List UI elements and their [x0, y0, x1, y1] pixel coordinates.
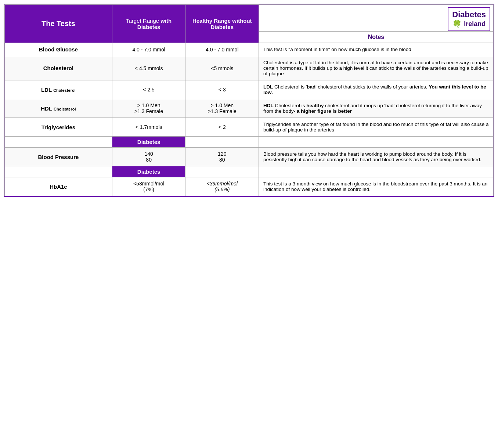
- diabetes-header-1-empty-healthy: [185, 137, 259, 148]
- notes-cholesterol: Cholesterol is a type of fat in the bloo…: [259, 56, 494, 80]
- healthy-cholesterol: <5 mmols: [185, 56, 259, 80]
- notes-blood-pressure: Blood pressure tells you how hard the he…: [259, 148, 494, 166]
- logo-line2: Ireland: [464, 20, 486, 28]
- diabetes-header-2-empty-notes: [259, 166, 494, 177]
- target-triglycerides: < 1.7mmols: [112, 118, 185, 137]
- diabetes-header-2-label: Diabetes: [112, 166, 185, 177]
- notes-hdl: HDL Cholesterol is healthy cholesterol a…: [259, 99, 494, 118]
- notes-blood-glucose: This test is "a moment in time" on how m…: [259, 43, 494, 56]
- diabetes-header-2: Diabetes: [5, 166, 494, 177]
- target-hba1c: <53mmol/mol(7%): [112, 177, 185, 196]
- row-triglycerides: Triglycerides < 1.7mmols < 2 Triglycerid…: [5, 118, 494, 137]
- diabetes-ireland-logo: Diabetes 🍀 Ireland: [448, 7, 490, 31]
- test-triglycerides: Triglycerides: [5, 118, 112, 137]
- diabetes-header-2-empty-tests: [5, 166, 112, 177]
- header-healthy: Healthy Range without Diabetes: [185, 5, 259, 43]
- logo-line1: Diabetes: [452, 10, 486, 19]
- diabetes-header-2-empty-healthy: [185, 166, 259, 177]
- header-notes-area: Diabetes 🍀 Ireland Notes: [259, 5, 494, 43]
- test-ldl: LDL Cholesterol: [5, 80, 112, 99]
- row-cholesterol: Cholesterol < 4.5 mmols <5 mmols Cholest…: [5, 56, 494, 80]
- notes-triglycerides: Triglycerides are another type of fat fo…: [259, 118, 494, 137]
- diabetes-header-1: Diabetes: [5, 137, 494, 148]
- diabetes-header-1-empty-tests: [5, 137, 112, 148]
- row-hba1c: HbA1c <53mmol/mol(7%) <39mmol/mol(5.6%) …: [5, 177, 494, 196]
- row-blood-pressure: Blood Pressure 14080 12080 Blood pressur…: [5, 148, 494, 166]
- row-ldl-cholesterol: LDL Cholesterol < 2.5 < 3 LDL Cholestero…: [5, 80, 494, 99]
- diabetes-header-1-label: Diabetes: [112, 137, 185, 148]
- healthy-blood-pressure: 12080: [185, 148, 259, 166]
- test-blood-glucose: Blood Glucose: [5, 43, 112, 56]
- header-target: Target Range with Diabetes: [112, 5, 185, 43]
- diabetes-header-1-empty-notes: [259, 137, 494, 148]
- notes-column-label: Notes: [259, 31, 493, 43]
- header-tests: The Tests: [5, 5, 112, 43]
- healthy-ldl: < 3: [185, 80, 259, 99]
- notes-hba1c: This test is a 3 month view on how much …: [259, 177, 494, 196]
- healthy-triglycerides: < 2: [185, 118, 259, 137]
- logo-area: Diabetes 🍀 Ireland: [259, 5, 493, 31]
- shamrock-icon: 🍀: [452, 19, 462, 28]
- notes-ldl: LDL Cholesterol is 'bad' cholesterol tha…: [259, 80, 494, 99]
- table-body: Blood Glucose 4.0 - 7.0 mmol 4.0 - 7.0 m…: [5, 43, 494, 196]
- healthy-hdl: > 1.0 Men>1.3 Female: [185, 99, 259, 118]
- test-blood-pressure: Blood Pressure: [5, 148, 112, 166]
- target-cholesterol: < 4.5 mmols: [112, 56, 185, 80]
- target-blood-glucose: 4.0 - 7.0 mmol: [112, 43, 185, 56]
- main-table-wrapper: The Tests Target Range with Diabetes Hea…: [4, 4, 494, 197]
- target-blood-pressure: 14080: [112, 148, 185, 166]
- target-hdl: > 1.0 Men>1.3 Female: [112, 99, 185, 118]
- test-hdl: HDL Cholesterol: [5, 99, 112, 118]
- target-ldl: < 2.5: [112, 80, 185, 99]
- healthy-hba1c: <39mmol/mol(5.6%): [185, 177, 259, 196]
- header-row: The Tests Target Range with Diabetes Hea…: [5, 5, 494, 43]
- test-cholesterol: Cholesterol: [5, 56, 112, 80]
- healthy-blood-glucose: 4.0 - 7.0 mmol: [185, 43, 259, 56]
- row-hdl-cholesterol: HDL Cholesterol > 1.0 Men>1.3 Female > 1…: [5, 99, 494, 118]
- test-hba1c: HbA1c: [5, 177, 112, 196]
- row-blood-glucose: Blood Glucose 4.0 - 7.0 mmol 4.0 - 7.0 m…: [5, 43, 494, 56]
